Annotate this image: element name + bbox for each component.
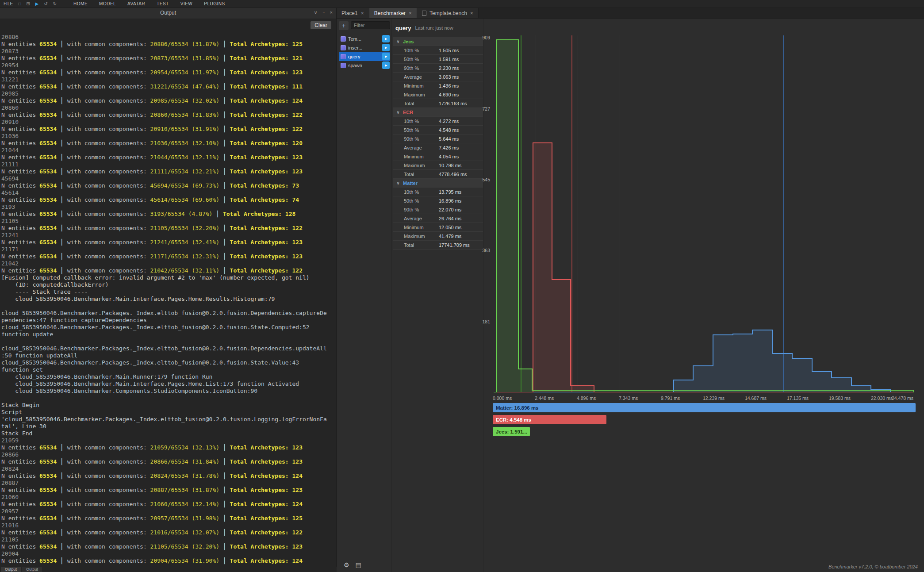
menu-avatar[interactable]: AVATAR: [127, 1, 145, 6]
console-text: 65534: [39, 69, 57, 76]
console-line: N entities 65534 │ with common component…: [1, 83, 336, 90]
open-file-icon[interactable]: ⊞: [26, 1, 30, 6]
undo-icon[interactable]: ↺: [44, 1, 47, 6]
docked-tab-output[interactable]: Output: [22, 567, 42, 572]
report-icon[interactable]: ▤: [356, 561, 361, 568]
run-benchmark-button[interactable]: ▶: [382, 35, 390, 42]
tab-close-icon[interactable]: ×: [409, 10, 412, 16]
stats-section-header-jecs[interactable]: ∨Jecs: [393, 37, 483, 46]
tab-label: Place1: [341, 10, 358, 16]
console-text: │: [219, 126, 230, 132]
console-line: N entities 65534 │ with common component…: [1, 196, 336, 203]
console-text: 21059/65534 (32.13%): [150, 444, 220, 451]
console-text: Total Archetypes: 123: [230, 69, 303, 76]
settings-gear-icon[interactable]: ⚙: [344, 561, 349, 568]
menu-plugins[interactable]: PLUGINS: [204, 1, 225, 6]
benchmark-item-inser[interactable]: inser...▶: [339, 43, 390, 52]
menu-test[interactable]: TEST: [157, 1, 169, 6]
studio-window: { "topbar": { "file": "FILE", "menus": […: [0, 0, 924, 572]
filter-input[interactable]: [351, 21, 390, 29]
benchmark-item-tem[interactable]: Tem...▶: [339, 35, 390, 43]
legend-bar-ecr[interactable]: ECR: 4.548 ms: [493, 415, 606, 424]
console-text: N entities: [1, 126, 39, 132]
console-line: cloud_5853950046.Benchmarker.Main.Interf…: [1, 296, 336, 303]
console-text: 65534: [39, 140, 57, 146]
docked-tab-output[interactable]: Output: [1, 567, 21, 572]
stats-section-header-matter[interactable]: ∨Matter: [393, 179, 483, 188]
console-text: 65534: [39, 154, 57, 161]
stat-value: 12.050 ms: [439, 225, 461, 230]
benchmark-item-spawn[interactable]: spawn▶: [339, 61, 390, 70]
stat-value: 13.795 ms: [439, 189, 461, 195]
console-text: 65534: [39, 182, 57, 189]
y-tick-label: 909: [482, 35, 490, 40]
console-line: N entities 65534 │ with common component…: [1, 168, 336, 175]
stats-row: Average26.764 ms: [393, 214, 483, 223]
stats-row: Total4778.496 ms: [393, 170, 483, 179]
output-titlebar[interactable]: Output ∨ ▫ ×: [0, 8, 336, 19]
histogram-chart: 181363545727909 0.000 ms2.448 ms4.896 ms…: [483, 19, 924, 572]
stat-value: 3.063 ms: [439, 74, 459, 80]
clear-output-button[interactable]: Clear: [311, 21, 331, 29]
console-text: │: [57, 168, 67, 175]
console-line: N entities 65534 │ with common component…: [1, 501, 336, 508]
console-text: N entities: [1, 267, 39, 274]
console-text: 20910/65534 (31.91%): [150, 126, 220, 132]
add-benchmark-button[interactable]: +: [339, 21, 349, 30]
file-menu[interactable]: FILE: [4, 1, 13, 6]
stat-value: 10.798 ms: [439, 163, 461, 168]
console-text: │: [57, 487, 67, 493]
console-line: 21171: [1, 246, 336, 253]
menu-view[interactable]: VIEW: [180, 1, 193, 6]
benchmark-item-query[interactable]: query▶: [339, 52, 390, 61]
console-line: tal', Line 30: [1, 423, 336, 430]
legend-bar-matter[interactable]: Matter: 16.896 ms: [493, 403, 916, 412]
console-lines: 20886N entities 65534 │ with common comp…: [0, 33, 336, 564]
x-tick-label: 0.000 ms: [493, 395, 512, 401]
output-console[interactable]: 20886N entities 65534 │ with common comp…: [0, 19, 336, 567]
topbar-menus: HOMEMODELAVATARTESTVIEWPLUGINS: [73, 1, 225, 6]
run-benchmark-button[interactable]: ▶: [382, 61, 390, 69]
console-line: 21016: [1, 522, 336, 529]
console-line: [1, 303, 336, 310]
console-line: 3193: [1, 203, 336, 211]
stat-label: Maximum: [393, 163, 439, 168]
stats-section-name: Matter: [403, 180, 418, 186]
tab-benchmarker[interactable]: Benchmarker×: [369, 8, 417, 18]
run-benchmark-button[interactable]: ▶: [382, 44, 390, 51]
console-line: 20957: [1, 508, 336, 515]
new-file-icon[interactable]: □: [18, 1, 21, 6]
console-text: with common components:: [67, 515, 150, 522]
stat-label: Maximum: [393, 234, 439, 239]
document-icon: [422, 11, 426, 16]
float-window-icon[interactable]: ▫: [323, 10, 325, 15]
tab-close-icon[interactable]: ×: [470, 10, 473, 16]
legend-bar-jecs[interactable]: Jecs: 1.591...: [493, 427, 530, 436]
stats-row: 10th %4.272 ms: [393, 117, 483, 126]
chevron-down-icon[interactable]: ∨: [314, 10, 318, 15]
tab-place1[interactable]: Place1×: [337, 8, 369, 18]
console-text: │: [219, 253, 230, 260]
console-text: with common components:: [67, 41, 150, 47]
stats-section-header-ecr[interactable]: ∨ECR: [393, 108, 483, 117]
stats-row: 10th %13.795 ms: [393, 188, 483, 196]
console-line: 45614: [1, 189, 336, 196]
play-icon[interactable]: ▶: [35, 1, 39, 6]
menu-model[interactable]: MODEL: [99, 1, 116, 6]
console-text: 20873/65534 (31.85%): [150, 55, 220, 61]
run-benchmark-button[interactable]: ▶: [382, 53, 390, 60]
x-tick-label: 19.583 ms: [829, 395, 851, 401]
tab-close-icon[interactable]: ×: [361, 10, 364, 16]
redo-icon[interactable]: ↻: [53, 1, 57, 6]
console-line: N entities 65534 │ with common component…: [1, 458, 336, 465]
console-text: │: [219, 529, 230, 536]
console-text: with common components:: [67, 557, 150, 564]
console-line: N entities 65534 │ with common component…: [1, 182, 336, 189]
console-line: (ID: computedCallbackError): [1, 281, 336, 288]
histogram-svg: [494, 35, 914, 392]
tab-templatebench[interactable]: Template.bench×: [417, 8, 479, 18]
console-line: 20873: [1, 48, 336, 55]
console-text: Total Archetypes: 73: [230, 182, 299, 189]
menu-home[interactable]: HOME: [73, 1, 88, 6]
close-icon[interactable]: ×: [330, 10, 333, 15]
